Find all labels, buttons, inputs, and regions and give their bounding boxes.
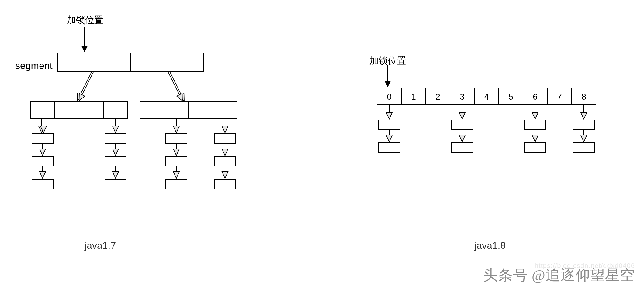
svg-rect-63 — [573, 143, 594, 152]
svg-line-3 — [79, 71, 94, 100]
svg-rect-9 — [103, 102, 128, 118]
bucket-row-left — [30, 102, 128, 118]
segment-to-buckets-arrows — [78, 71, 184, 100]
svg-rect-57 — [525, 120, 546, 130]
author-watermark: 头条号 @追逐仰望星空 — [483, 265, 635, 285]
svg-rect-22 — [105, 134, 126, 143]
svg-rect-61 — [573, 120, 594, 130]
caption-right: java1.8 — [474, 240, 506, 251]
svg-line-2 — [78, 71, 92, 100]
svg-rect-38 — [214, 179, 236, 189]
bucket-label-1: 1 — [411, 92, 416, 101]
chains-right-diagram — [379, 105, 594, 152]
svg-line-4 — [170, 71, 184, 100]
svg-rect-51 — [379, 143, 400, 152]
bucket-row-right-diagram: 0 1 2 3 4 5 6 7 8 — [377, 88, 596, 105]
svg-rect-55 — [452, 143, 473, 152]
bucket-label-2: 2 — [435, 92, 440, 101]
svg-rect-24 — [105, 156, 126, 166]
svg-rect-53 — [452, 120, 473, 130]
svg-rect-32 — [166, 179, 187, 189]
svg-rect-13 — [213, 102, 237, 118]
svg-rect-8 — [79, 102, 103, 118]
svg-rect-59 — [525, 143, 546, 152]
bucket-label-8: 8 — [581, 92, 586, 101]
bucket-label-4: 4 — [484, 92, 489, 101]
bucket-label-7: 7 — [557, 92, 562, 101]
diagram-canvas: 加锁位置 segment — [0, 0, 644, 291]
left-diagram-svg — [15, 18, 252, 231]
svg-rect-26 — [105, 179, 126, 189]
svg-rect-28 — [166, 134, 187, 143]
right-diagram-svg: 0 1 2 3 4 5 6 7 8 — [359, 61, 632, 231]
svg-rect-7 — [55, 102, 79, 118]
bucket-row-right — [140, 102, 237, 118]
svg-rect-11 — [164, 102, 189, 118]
caption-left: java1.7 — [85, 240, 116, 251]
svg-rect-12 — [189, 102, 213, 118]
svg-line-5 — [168, 71, 182, 100]
svg-rect-16 — [32, 134, 53, 143]
svg-rect-0 — [58, 53, 131, 71]
svg-rect-34 — [214, 134, 236, 143]
svg-rect-10 — [140, 102, 164, 118]
svg-rect-1 — [131, 53, 204, 71]
svg-rect-30 — [166, 156, 187, 166]
svg-rect-36 — [214, 156, 236, 166]
bucket-label-3: 3 — [460, 92, 465, 101]
svg-rect-6 — [30, 102, 55, 118]
bucket-label-0: 0 — [387, 92, 392, 101]
svg-rect-18 — [32, 156, 53, 166]
segment-row — [58, 53, 204, 71]
bucket-label-5: 5 — [508, 92, 513, 101]
chains-left-diagram — [32, 118, 236, 189]
bucket-label-6: 6 — [533, 92, 538, 101]
svg-rect-49 — [379, 120, 400, 130]
svg-rect-20 — [32, 179, 53, 189]
